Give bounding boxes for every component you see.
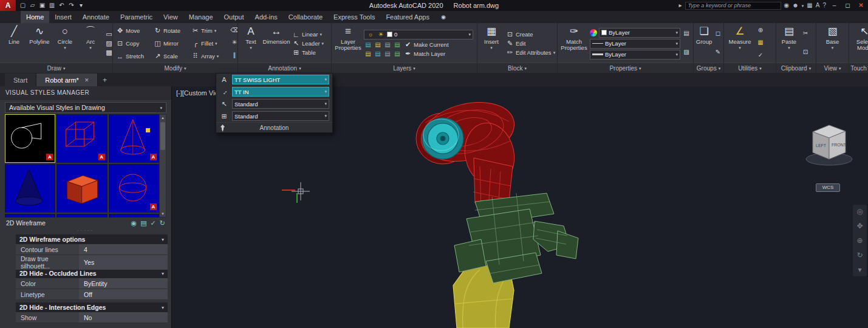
make-current-button[interactable]: ✔Make Current bbox=[403, 41, 450, 49]
line-button[interactable]: ╱ Line bbox=[2, 24, 26, 45]
close-button[interactable]: ✕ bbox=[856, 0, 866, 11]
visual-style-thumbnail-partial[interactable] bbox=[56, 214, 107, 217]
tab-express-tools[interactable]: Express Tools bbox=[328, 11, 380, 23]
rectangle-button[interactable]: ▭▾ bbox=[104, 30, 113, 38]
hatch-button[interactable]: ▨▾ bbox=[104, 39, 113, 47]
tab-collaborate[interactable]: Collaborate bbox=[283, 11, 328, 23]
app-menu-button[interactable]: A bbox=[0, 0, 16, 11]
edit-attributes-button[interactable]: ✏Edit Attributes▾ bbox=[505, 49, 556, 56]
match-properties-button[interactable]: ✑ Match Properties bbox=[559, 24, 589, 51]
help-icon[interactable]: ? bbox=[822, 0, 826, 11]
navbar-more-icon[interactable]: ▾ bbox=[858, 265, 861, 274]
quick-calculator-icon[interactable]: ▦ bbox=[757, 39, 763, 46]
redo-icon[interactable]: ↷ bbox=[67, 0, 76, 11]
tab-insert[interactable]: Insert bbox=[49, 11, 77, 23]
gradient-button[interactable]: ▩▾ bbox=[104, 49, 113, 56]
visual-style-thumbnail-wireframe-box[interactable]: A bbox=[56, 114, 107, 163]
paste-button[interactable]: ▤ Paste ▾ bbox=[778, 24, 800, 50]
tab-view[interactable]: View bbox=[158, 11, 183, 23]
panel-label-utilities[interactable]: Utilities▾ bbox=[724, 63, 776, 73]
offset-icon[interactable]: ∥ bbox=[233, 52, 236, 58]
panel-label-draw[interactable]: Draw▾ bbox=[0, 63, 112, 73]
layer-lock-icon[interactable]: ▤ bbox=[393, 41, 402, 48]
id-point-icon[interactable]: ⊕ bbox=[758, 27, 763, 33]
flyout-panel-label[interactable]: Annotation bbox=[216, 122, 332, 132]
text-style-dropdown[interactable]: TT SWISS LIGHT ▾ bbox=[232, 75, 329, 84]
property-row-true-silhouettes[interactable]: Draw true silhouett... Yes bbox=[16, 255, 168, 266]
new-icon[interactable]: ▢ bbox=[18, 0, 27, 11]
section-intersection-edges[interactable]: 2D Hide - Intersection Edges ▾ bbox=[16, 302, 168, 312]
layer-unisolate-icon[interactable]: ▤ bbox=[364, 50, 372, 57]
circle-button[interactable]: ○ Circle ▾ bbox=[53, 24, 77, 50]
close-tab-icon[interactable]: ✕ bbox=[84, 77, 89, 83]
pushpin-icon[interactable] bbox=[220, 125, 225, 132]
visual-style-thumbnail-shaded-box[interactable] bbox=[56, 164, 107, 213]
layer-properties-button[interactable]: ≡ Layer Properties bbox=[333, 24, 363, 51]
panel-label-clipboard[interactable]: Clipboard▾ bbox=[776, 63, 816, 73]
panel-label-groups[interactable]: Groups▾ bbox=[694, 63, 723, 73]
zoom-icon[interactable]: ⊕ bbox=[856, 236, 863, 245]
sign-in-icon[interactable]: ☻ bbox=[792, 0, 799, 11]
panel-label-block[interactable]: Block▾ bbox=[477, 63, 557, 73]
layer-walk-icon[interactable]: ▤ bbox=[393, 50, 402, 57]
file-tab-start[interactable]: Start bbox=[5, 73, 36, 86]
app-store-icon[interactable]: ▦ bbox=[807, 0, 812, 11]
viewcube[interactable]: LEFT FRONT bbox=[806, 125, 852, 165]
array-button[interactable]: ⠿Array▾ bbox=[190, 50, 228, 63]
help-search-input[interactable] bbox=[685, 2, 781, 10]
thumbnail-scrollbar[interactable]: ▲ ▼ bbox=[159, 114, 166, 217]
scrollbar-thumb[interactable] bbox=[160, 122, 165, 150]
table-style-dropdown[interactable]: Standard ▾ bbox=[232, 111, 329, 121]
text-button[interactable]: A Text ▾ bbox=[240, 24, 262, 50]
wcs-button[interactable]: WCS bbox=[816, 183, 840, 192]
visual-style-thumbnail-partial[interactable] bbox=[109, 214, 159, 217]
create-style-icon[interactable]: ◉ bbox=[131, 219, 137, 227]
multileader-style-dropdown[interactable]: Standard ▾ bbox=[232, 99, 329, 109]
copy-clip-icon[interactable]: ⊡ bbox=[803, 49, 808, 55]
ungroup-icon[interactable]: ◻ bbox=[716, 30, 720, 36]
section-occluded-lines[interactable]: 2D Hide - Occluded Lines ▾ bbox=[16, 268, 168, 278]
scroll-up-icon[interactable]: ▲ bbox=[161, 115, 165, 121]
linear-dimension-button[interactable]: ∟Linear▾ bbox=[291, 31, 325, 38]
dimension-button[interactable]: ↔ Dimension bbox=[263, 24, 290, 45]
viewcube-front-label[interactable]: FRONT bbox=[832, 143, 847, 147]
layer-off-icon[interactable]: ▤ bbox=[364, 41, 372, 48]
trim-button[interactable]: ✂Trim▾ bbox=[190, 24, 228, 37]
viewcube-left-label[interactable]: LEFT bbox=[816, 143, 827, 148]
navigation-wheel-icon[interactable]: ◎ bbox=[856, 207, 863, 216]
available-styles-dropdown[interactable]: Available Visual Styles in Drawing ▾ bbox=[5, 102, 166, 113]
tab-featured-apps[interactable]: Featured Apps bbox=[380, 11, 435, 23]
new-drawing-tab-button[interactable]: + bbox=[98, 73, 111, 86]
visual-style-thumbnail-hidden-cone[interactable] bbox=[5, 164, 55, 213]
export-style-icon[interactable]: ▤ bbox=[140, 219, 146, 227]
edit-block-button[interactable]: ✎Edit bbox=[505, 39, 556, 47]
rotate-button[interactable]: ↻Rotate bbox=[152, 24, 190, 37]
property-row-show[interactable]: Show No bbox=[16, 312, 168, 323]
create-block-button[interactable]: ⊡Create bbox=[505, 30, 556, 38]
pan-icon[interactable]: ✥ bbox=[856, 222, 863, 230]
search-arrow-icon[interactable]: ▸ bbox=[679, 0, 682, 11]
leader-button[interactable]: ↖Leader▾ bbox=[291, 39, 325, 47]
visual-style-thumbnail-partial[interactable] bbox=[5, 214, 55, 217]
ribbon-display-toggle-icon[interactable]: ◉ bbox=[441, 14, 446, 20]
panel-label-view[interactable]: View▾ bbox=[816, 63, 849, 73]
plot-icon[interactable]: ▥ bbox=[47, 0, 56, 11]
insert-button[interactable]: ▦ Insert ▾ bbox=[479, 24, 504, 50]
qat-customize-icon[interactable]: ▾ bbox=[77, 0, 86, 11]
scale-button[interactable]: ↗Scale bbox=[152, 50, 190, 63]
match-layer-button[interactable]: ✒Match Layer bbox=[403, 50, 446, 58]
measure-button[interactable]: ∠ Measure ▾ bbox=[726, 24, 754, 50]
palette-drag-handle[interactable]: ····· bbox=[0, 228, 171, 234]
layer-unlock-icon[interactable]: ▤ bbox=[383, 50, 392, 57]
tab-annotate[interactable]: Annotate bbox=[77, 11, 115, 23]
tab-manage[interactable]: Manage bbox=[183, 11, 219, 23]
arc-button[interactable]: ⌒ Arc ▾ bbox=[78, 24, 103, 50]
property-row-linetype[interactable]: Linetype Off bbox=[16, 289, 168, 300]
layer-freeze-icon[interactable]: ▤ bbox=[383, 41, 392, 48]
lineweight-dropdown[interactable]: ByLayer ▾ bbox=[590, 50, 680, 60]
orbit-icon[interactable]: ↻ bbox=[856, 251, 863, 259]
style-options-icon[interactable]: ↻ bbox=[160, 219, 165, 227]
property-row-color[interactable]: Color ByEntity bbox=[16, 278, 168, 289]
tab-output[interactable]: Output bbox=[219, 11, 250, 23]
file-tab-robot-arm[interactable]: Robot arm* ✕ bbox=[36, 73, 98, 86]
